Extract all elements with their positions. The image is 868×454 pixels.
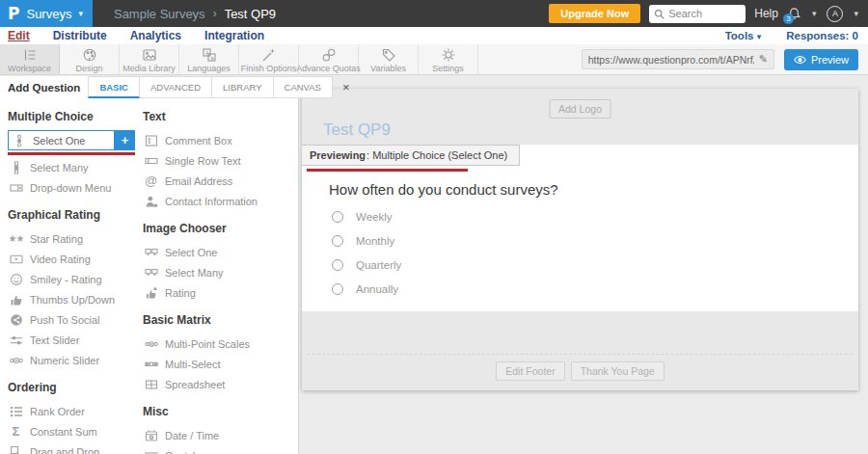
red-underline bbox=[307, 169, 468, 172]
edit-footer-button[interactable]: Edit Footer bbox=[496, 361, 564, 381]
chevron-down-icon[interactable]: ▾ bbox=[854, 9, 858, 18]
answer-option-quarterly[interactable]: Quarterly bbox=[332, 253, 401, 277]
question-type-contact-information[interactable]: Contact Information bbox=[143, 191, 295, 211]
question-type-video-rating[interactable]: Video Rating bbox=[8, 249, 137, 269]
answer-option-weekly[interactable]: Weekly bbox=[332, 204, 401, 228]
section-nav: EditDistributeAnalyticsIntegration Tools… bbox=[0, 27, 868, 44]
radio-button-icon[interactable] bbox=[332, 283, 343, 295]
toolbar-button-label: Design bbox=[75, 64, 102, 73]
question-type-text-slider[interactable]: Text Slider bbox=[8, 330, 137, 350]
upgrade-now-button[interactable]: Upgrade Now bbox=[549, 4, 640, 23]
tab-library[interactable]: LIBRARY bbox=[212, 76, 273, 98]
nav-item-edit[interactable]: Edit bbox=[8, 29, 30, 42]
breadcrumb-item-sample-surveys[interactable]: Sample Surveys bbox=[114, 7, 205, 21]
finish-options-icon bbox=[261, 47, 277, 63]
survey-url-input[interactable] bbox=[588, 54, 754, 66]
preview-button[interactable]: Preview bbox=[784, 49, 858, 70]
nav-right: Tools ▾ Responses: 0 bbox=[725, 30, 868, 41]
question-type-label: Constant Sum bbox=[30, 426, 97, 438]
help-link[interactable]: Help bbox=[754, 7, 778, 20]
radio-button-icon[interactable] bbox=[332, 259, 343, 271]
question-type-label: Rank Order bbox=[30, 406, 85, 417]
close-panel-icon[interactable]: × bbox=[333, 76, 360, 98]
question-type-email-address[interactable]: @Email Address bbox=[143, 171, 295, 191]
toolbar-button-media-library[interactable]: Media Library bbox=[120, 44, 179, 74]
question-type-label: Text Slider bbox=[30, 334, 79, 346]
question-type-single-row-text[interactable]: Single Row Text bbox=[143, 150, 295, 171]
question-type-push-to-social[interactable]: Push To Social bbox=[8, 309, 137, 330]
avatar-initial: A bbox=[832, 9, 838, 18]
edit-url-icon[interactable]: ✎ bbox=[759, 53, 768, 66]
search-input[interactable] bbox=[668, 8, 736, 19]
question-type-select-one[interactable]: Select One bbox=[8, 130, 115, 150]
tab-advanced[interactable]: ADVANCED bbox=[140, 76, 212, 98]
survey-url-field[interactable]: ✎ bbox=[582, 49, 774, 69]
toolbar-button-settings[interactable]: Settings bbox=[419, 44, 478, 74]
question-type-rating[interactable]: Rating bbox=[143, 282, 295, 303]
breadcrumb-separator: › bbox=[213, 7, 217, 20]
answer-option-monthly[interactable]: Monthly bbox=[332, 228, 401, 253]
chevron-down-icon[interactable]: ▾ bbox=[812, 9, 817, 18]
nav-item-distribute[interactable]: Distribute bbox=[53, 29, 107, 42]
chevron-down-icon: ▾ bbox=[78, 9, 83, 18]
toolbar-button-label: Settings bbox=[432, 64, 464, 73]
question-type-select-many[interactable]: Select Many bbox=[8, 157, 137, 177]
tab-basic[interactable]: BASIC bbox=[88, 76, 140, 98]
thumbs-icon bbox=[8, 293, 24, 307]
question-type-date-time[interactable]: Date / Time bbox=[143, 425, 295, 445]
avatar[interactable]: A bbox=[827, 6, 843, 22]
question-type-rank-order[interactable]: Rank Order bbox=[8, 401, 137, 421]
question-type-multi-point-scales[interactable]: Multi-Point Scales bbox=[143, 334, 295, 354]
nav-item-integration[interactable]: Integration bbox=[204, 29, 264, 42]
answer-options: WeeklyMonthlyQuarterlyAnnually bbox=[332, 204, 401, 301]
multi-select-icon bbox=[143, 358, 159, 371]
toolbar-button-languages[interactable]: AaLanguages bbox=[179, 44, 239, 74]
add-question-panel: Add Question BASICADVANCEDLIBRARYCANVAS … bbox=[0, 76, 299, 454]
rank-icon bbox=[8, 405, 24, 418]
section-heading-multiple-choice: Multiple Choice bbox=[8, 110, 137, 123]
question-type-numeric-slider[interactable]: Numeric Slider bbox=[8, 350, 137, 370]
question-type-drag-and-drop[interactable]: Drag and Drop bbox=[8, 441, 137, 454]
search-box[interactable] bbox=[649, 5, 746, 23]
toolbar-button-finish-options[interactable]: Finish Options bbox=[239, 44, 299, 74]
radio-button-icon[interactable] bbox=[332, 211, 343, 223]
toolbar-button-variables[interactable]: Variables bbox=[359, 44, 419, 74]
search-icon bbox=[654, 9, 665, 19]
previewing-type: : Multiple Choice (Select One) bbox=[366, 149, 507, 161]
toolbar-button-workspace[interactable]: Workspace bbox=[0, 44, 60, 74]
question-type-label: Captcha bbox=[165, 450, 204, 454]
toolbar-button-design[interactable]: Design bbox=[60, 44, 120, 74]
toolbar-button-advance-quotas[interactable]: Advance Quotas bbox=[299, 44, 359, 74]
question-type-constant-sum[interactable]: ΣConstant Sum bbox=[8, 421, 137, 441]
survey-footer: Edit FooterThank You Page bbox=[302, 311, 858, 390]
surveys-menu[interactable]: P Surveys ▾ bbox=[0, 0, 93, 27]
question-type-select-one[interactable]: Select One bbox=[143, 242, 295, 262]
answer-option-annually[interactable]: Annually bbox=[332, 277, 401, 301]
toolbar-button-label: Finish Options bbox=[241, 64, 297, 73]
question-type-captcha[interactable]: xyzCaptcha bbox=[143, 445, 295, 454]
add-question-plus-button[interactable]: + bbox=[115, 130, 135, 150]
tools-menu[interactable]: Tools ▾ bbox=[725, 30, 762, 41]
question-type-spreadsheet[interactable]: Spreadsheet bbox=[143, 374, 295, 394]
question-type-smiley-rating[interactable]: Smiley - Rating bbox=[8, 269, 137, 289]
section-heading-basic-matrix: Basic Matrix bbox=[143, 313, 295, 327]
question-type-thumbs-up-down[interactable]: Thumbs Up/Down bbox=[8, 289, 137, 309]
question-type-multi-select[interactable]: Multi-Select bbox=[143, 354, 295, 374]
thank-you-page-button[interactable]: Thank You Page bbox=[571, 361, 665, 381]
question-types-column-2: TextComment BoxSingle Row Text@Email Add… bbox=[143, 99, 295, 454]
question-type-drop-down-menu[interactable]: Drop-down Menu bbox=[8, 177, 137, 198]
question-type-comment-box[interactable]: Comment Box bbox=[143, 130, 295, 150]
nav-item-analytics[interactable]: Analytics bbox=[130, 29, 181, 42]
top-header: P Surveys ▾ Sample Surveys›Test QP9 Upgr… bbox=[0, 0, 868, 27]
add-logo-button[interactable]: Add Logo bbox=[549, 99, 611, 119]
date-time-icon bbox=[143, 429, 159, 442]
drag-icon bbox=[8, 445, 24, 454]
panel-title: Add Question bbox=[0, 76, 88, 98]
tab-canvas[interactable]: CANVAS bbox=[274, 76, 333, 98]
img-select-icon bbox=[143, 266, 159, 280]
question-type-select-many[interactable]: Select Many bbox=[143, 262, 295, 282]
question-type-star-rating[interactable]: ★★Star Rating bbox=[8, 228, 137, 249]
notifications-button[interactable]: 3 bbox=[787, 7, 801, 21]
radio-button-icon[interactable] bbox=[332, 235, 343, 247]
responses-count[interactable]: Responses: 0 bbox=[786, 30, 858, 41]
